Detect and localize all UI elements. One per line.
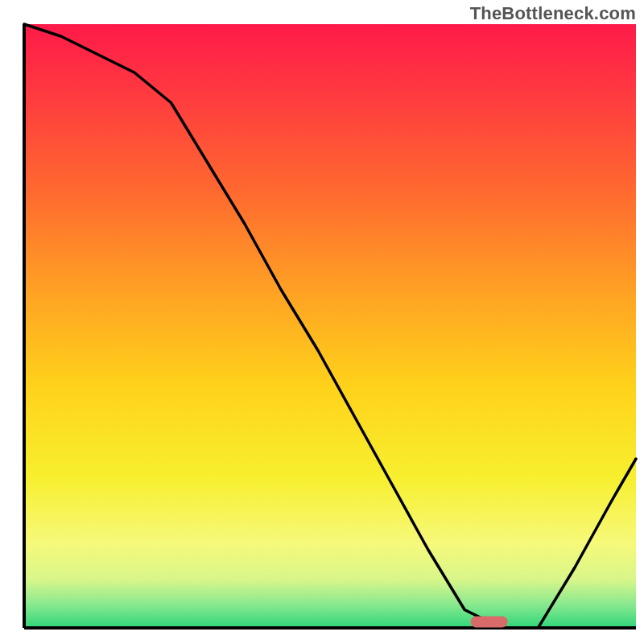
optimal-marker [471,617,508,628]
watermark-text: TheBottleneck.com [470,3,636,24]
chart-container: TheBottleneck.com [0,0,644,644]
plot-background [24,24,636,628]
bottleneck-chart [0,0,644,644]
